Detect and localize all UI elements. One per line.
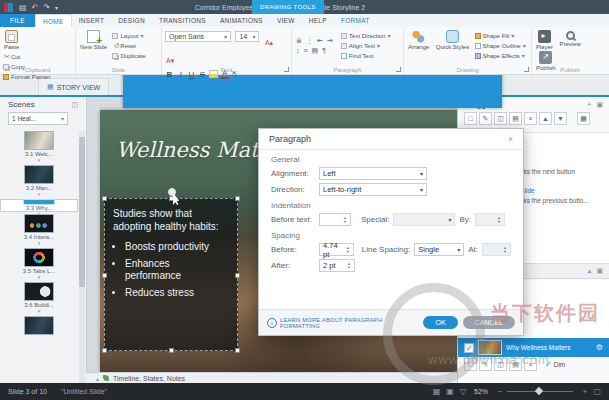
tab-animations[interactable]: ANIMATIONS xyxy=(213,14,270,27)
resize-handle-e[interactable] xyxy=(235,273,240,278)
numbering-icon[interactable]: ⋮ xyxy=(306,37,313,45)
expand-arrow-icon[interactable]: ▾ xyxy=(38,308,41,314)
tab-transitions[interactable]: TRANSITIONS xyxy=(152,14,213,27)
arrange-button[interactable]: Arrange xyxy=(408,30,429,50)
tab-insert[interactable]: INSERT xyxy=(72,14,112,27)
tab-view[interactable]: VIEW xyxy=(270,14,302,27)
preview-button[interactable]: Preview xyxy=(559,30,580,47)
paste-layer-icon[interactable]: ▤ xyxy=(509,358,522,371)
slide-thumbnail[interactable] xyxy=(24,200,54,204)
shrink-font-icon[interactable]: A▾ xyxy=(166,57,174,64)
copy-trigger-icon[interactable]: ◫ xyxy=(494,112,507,125)
find-text-button[interactable]: Find Text xyxy=(341,51,390,60)
qat-caret-icon[interactable]: ▾ xyxy=(55,4,58,11)
tab-home[interactable]: HOME xyxy=(35,14,72,27)
dim-toggle[interactable]: ✓ Dim xyxy=(545,360,565,369)
resize-handle-w[interactable] xyxy=(102,273,107,278)
timeline-states-notes-bar[interactable]: ▴ Timeline, States, Notes xyxy=(86,372,457,383)
slide-view-icon[interactable]: ▣ xyxy=(446,387,454,396)
tab-format[interactable]: FORMAT xyxy=(334,14,377,27)
slide-thumbnail[interactable] xyxy=(24,282,54,301)
spacing-after-spinner[interactable]: 2 pt▲▼ xyxy=(319,259,355,272)
new-trigger-icon[interactable]: □ xyxy=(464,112,477,125)
paragraph-dialog-launcher-icon[interactable] xyxy=(396,67,401,72)
fit-to-window-icon[interactable]: ▢ xyxy=(593,387,601,396)
decrease-indent-icon[interactable]: ⇤ xyxy=(317,37,323,45)
collapse-panel-icon[interactable]: ◫ xyxy=(71,101,78,109)
zoom-slider[interactable] xyxy=(507,391,573,392)
expand-arrow-icon[interactable]: ▾ xyxy=(38,240,41,246)
expand-arrow-icon[interactable]: ▾ xyxy=(38,191,41,197)
manage-variables-icon[interactable]: ▦ xyxy=(577,112,590,125)
ok-button[interactable]: OK xyxy=(423,316,457,329)
resize-handle-se[interactable] xyxy=(235,348,240,353)
tab-file[interactable]: FILE xyxy=(0,14,35,27)
rotation-handle[interactable] xyxy=(168,188,176,196)
slide-thumbnail[interactable] xyxy=(24,165,54,184)
cancel-button[interactable]: CANCEL xyxy=(463,316,515,329)
slide-thumb-item[interactable]: 3.1 Welc... ▾ xyxy=(0,131,78,163)
before-text-spinner[interactable]: ▲▼ xyxy=(319,213,351,226)
slide-thumb-item[interactable] xyxy=(0,316,78,335)
font-size-combo[interactable]: 14▾ xyxy=(235,31,259,42)
expand-arrow-icon[interactable]: ▾ xyxy=(38,157,41,163)
shape-fill-button[interactable]: Shape Fill▾ xyxy=(475,31,526,40)
edit-trigger-icon[interactable]: ✎ xyxy=(479,112,492,125)
expand-up-icon[interactable]: ▴ xyxy=(96,375,99,382)
new-layer-icon[interactable]: □ xyxy=(464,358,477,371)
resize-handle-sw[interactable] xyxy=(102,348,107,353)
tab-design[interactable]: DESIGN xyxy=(111,14,152,27)
reset-button[interactable]: ↺Reset xyxy=(112,41,145,50)
paste-trigger-icon[interactable]: ▤ xyxy=(509,112,522,125)
slide-thumbnail[interactable] xyxy=(24,214,54,233)
filter-icon[interactable]: ▽ xyxy=(460,387,466,396)
slide-thumb-item[interactable]: 3.4 Intera... ▾ xyxy=(0,214,78,246)
scenes-scrollbar[interactable] xyxy=(79,131,85,383)
format-painter-button[interactable]: Format Painter xyxy=(3,72,51,81)
tab-help[interactable]: HELP xyxy=(302,14,334,27)
bullets-icon[interactable]: ≣ xyxy=(296,37,302,45)
duplicate-button[interactable]: Duplicate xyxy=(112,51,145,60)
resize-handle-s[interactable] xyxy=(169,348,174,353)
slide-thumb-item-selected[interactable]: 3.3 Why... ▾ xyxy=(0,199,78,212)
grid-view-icon[interactable]: ▦ xyxy=(433,387,441,396)
drawing-dialog-launcher-icon[interactable] xyxy=(524,67,529,72)
expand-arrow-icon[interactable]: ▾ xyxy=(38,274,41,280)
copy-layer-icon[interactable]: ◫ xyxy=(494,358,507,371)
zoom-in-icon[interactable]: + xyxy=(583,387,588,396)
zoom-slider-handle[interactable] xyxy=(535,387,543,395)
redo-icon[interactable]: ↷ xyxy=(43,3,50,12)
selected-textbox[interactable]: Studies show that adopting healthy habit… xyxy=(104,198,238,351)
new-slide-button[interactable]: New Slide xyxy=(80,30,107,50)
layer-visibility-checkbox[interactable]: ✓ xyxy=(464,343,474,353)
spacing-before-spinner[interactable]: 4.74 pt▲▼ xyxy=(319,243,354,256)
slide-thumbnail[interactable] xyxy=(24,316,54,335)
align-center-icon[interactable]: ▤ xyxy=(312,47,319,55)
delete-trigger-icon[interactable]: × xyxy=(524,112,537,125)
font-family-combo[interactable]: Open Sans▾ xyxy=(165,31,231,42)
font-dialog-launcher-icon[interactable] xyxy=(284,67,289,72)
grow-font-icon[interactable]: A▴ xyxy=(265,39,273,46)
panel-dock-icon[interactable]: ▣ xyxy=(596,101,603,109)
columns-icon[interactable]: ¶ xyxy=(322,47,326,55)
learn-more-link[interactable]: i LEARN MORE ABOUT PARAGRAPH FORMATTING xyxy=(267,317,418,329)
paste-button[interactable]: Paste xyxy=(4,30,19,50)
shape-outline-button[interactable]: Shape Outline▾ xyxy=(475,41,526,50)
add-trigger-icon[interactable]: + xyxy=(587,101,591,108)
save-icon[interactable]: ▤ xyxy=(19,3,27,12)
edit-layer-icon[interactable]: ✎ xyxy=(479,358,492,371)
undo-icon[interactable]: ↶ xyxy=(32,3,39,12)
slide-thumb-item[interactable]: 3.2 Man... ▾ xyxy=(0,165,78,197)
increase-indent-icon[interactable]: ⇥ xyxy=(327,37,333,45)
scene-selector-dropdown[interactable]: 1 Heal...▾ xyxy=(8,112,68,125)
text-direction-button[interactable]: Text Direction▾ xyxy=(341,31,390,40)
resize-handle-ne[interactable] xyxy=(235,196,240,201)
slide-thumbnail[interactable] xyxy=(24,131,54,150)
dialog-close-icon[interactable]: × xyxy=(508,134,513,144)
slide-thumb-item[interactable]: 3.6 Buildi... ▾ xyxy=(0,282,78,314)
slide-thumb-item[interactable]: 3.5 Tabs L... ▾ xyxy=(0,248,78,280)
alignment-select[interactable]: Left▾ xyxy=(319,167,427,180)
align-text-button[interactable]: Align Text▾ xyxy=(341,41,390,50)
delete-layer-icon[interactable]: × xyxy=(524,358,537,371)
cut-button[interactable]: ✂Cut xyxy=(3,52,51,61)
